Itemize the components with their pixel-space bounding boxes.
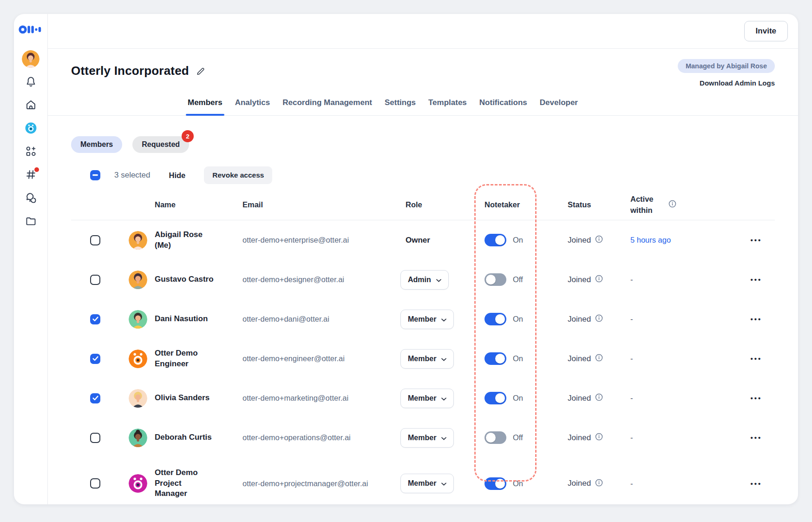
role-dropdown[interactable]: Admin (400, 270, 449, 290)
member-name: Otter Demo Engineer (155, 348, 214, 370)
member-name: Otter Demo Project Manager (155, 468, 214, 500)
role-value: Member (408, 394, 436, 403)
sidebar-nav (20, 71, 41, 233)
revoke-access-button[interactable]: Revoke access (204, 166, 272, 184)
member-email: otter-demo+dani@otter.ai (242, 313, 376, 325)
sidebar-item-channels[interactable] (20, 164, 41, 187)
notetaker-state-label: Off (513, 275, 523, 284)
main-area: Invite Otterly Incorporated Managed by A… (48, 14, 798, 504)
hide-button[interactable]: Hide (169, 171, 186, 180)
otter-logo-icon[interactable] (19, 21, 43, 37)
role-dropdown[interactable]: Member (400, 428, 454, 448)
requested-pill[interactable]: Requested 2 (132, 136, 189, 153)
tab-members[interactable]: Members (187, 95, 223, 115)
member-row: Dani Nasution otter-demo+dani@otter.ai M… (71, 299, 775, 339)
role-dropdown[interactable]: Member (400, 310, 454, 329)
status-info-icon[interactable] (595, 354, 603, 363)
sidebar-item-messages[interactable] (20, 187, 41, 210)
row-checkbox[interactable] (90, 433, 100, 443)
row-menu-button[interactable]: ••• (750, 313, 763, 325)
chevron-down-icon (441, 434, 446, 442)
selected-count-label: 3 selected (114, 171, 151, 180)
role-value: Member (408, 315, 436, 324)
status-info-icon[interactable] (595, 235, 603, 245)
notetaker-toggle[interactable] (485, 431, 506, 444)
edit-title-pencil-icon[interactable] (196, 66, 206, 76)
member-row: Otter Demo Project Manager otter-demo+pr… (71, 457, 775, 504)
row-checkbox[interactable] (90, 235, 100, 245)
role-cell: Member (387, 428, 480, 448)
members-table: Name Email Role Notetaker Status Active … (71, 190, 775, 504)
role-dropdown[interactable]: Member (400, 389, 454, 408)
otter-app-icon (25, 122, 37, 136)
active-within-value: - (630, 479, 633, 488)
row-checkbox[interactable] (90, 275, 100, 285)
role-dropdown[interactable]: Member (400, 474, 454, 493)
active-within-value: - (630, 315, 633, 323)
select-all-checkbox[interactable] (90, 170, 100, 180)
tab-templates[interactable]: Templates (428, 95, 467, 115)
row-menu-button[interactable]: ••• (750, 353, 763, 364)
notetaker-state-label: On (513, 354, 523, 363)
role-dropdown[interactable]: Member (400, 349, 454, 369)
notetaker-toggle[interactable] (485, 273, 506, 286)
tab-settings[interactable]: Settings (384, 95, 416, 115)
active-within-info-icon[interactable] (668, 200, 676, 210)
status-info-icon[interactable] (595, 393, 603, 403)
notetaker-toggle[interactable] (485, 352, 506, 365)
row-checkbox[interactable] (90, 314, 100, 324)
active-within-value[interactable]: 5 hours ago (630, 236, 671, 244)
column-header-email: Email (229, 200, 387, 209)
row-checkbox[interactable] (90, 478, 100, 489)
role-cell: Admin (387, 270, 480, 290)
sidebar-item-notifications[interactable] (20, 71, 41, 94)
member-name: Dani Nasution (155, 314, 208, 324)
requested-count-badge: 2 (182, 130, 194, 142)
member-row: Olivia Sanders otter-demo+marketing@otte… (71, 378, 775, 418)
notetaker-toggle[interactable] (485, 234, 506, 246)
status-info-icon[interactable] (595, 433, 603, 443)
row-checkbox[interactable] (90, 393, 100, 403)
notetaker-state-label: On (513, 394, 523, 403)
sidebar-item-folders[interactable] (20, 210, 41, 233)
sidebar-item-home[interactable] (20, 94, 41, 117)
row-menu-button[interactable]: ••• (750, 234, 763, 246)
member-row: Otter Demo Engineer otter-demo+engineer@… (71, 339, 775, 378)
sidebar-item-apps[interactable] (20, 140, 41, 164)
status-info-icon[interactable] (595, 275, 603, 284)
member-avatar (129, 271, 147, 289)
invite-button[interactable]: Invite (744, 21, 788, 41)
notetaker-toggle[interactable] (485, 477, 506, 490)
chevron-down-icon (441, 315, 446, 324)
status-info-icon[interactable] (595, 314, 603, 324)
row-menu-button[interactable]: ••• (750, 392, 763, 404)
member-email: otter-demo+engineer@otter.ai (242, 353, 376, 364)
chat-icon (25, 192, 37, 206)
row-menu-button[interactable]: ••• (750, 274, 763, 285)
status-info-icon[interactable] (595, 479, 603, 489)
sidebar-profile-avatar[interactable] (22, 50, 39, 68)
active-within-value: - (630, 433, 633, 442)
tab-analytics[interactable]: Analytics (235, 95, 271, 115)
row-checkbox[interactable] (90, 354, 100, 364)
member-name: Abigail Rose (Me) (155, 230, 214, 251)
tab-recording-management[interactable]: Recording Management (282, 95, 373, 115)
row-menu-button[interactable]: ••• (750, 432, 763, 443)
bell-icon (25, 75, 37, 90)
download-admin-logs-link[interactable]: Download Admin Logs (700, 79, 775, 87)
role-value: Member (408, 434, 436, 442)
role-cell: Member (387, 349, 480, 369)
notetaker-toggle[interactable] (485, 313, 506, 325)
role-cell: Member (387, 474, 480, 493)
column-header-notetaker: Notetaker (480, 200, 554, 209)
notetaker-state-label: On (513, 315, 523, 324)
row-menu-button[interactable]: ••• (750, 478, 763, 489)
tab-developer[interactable]: Developer (539, 95, 578, 115)
tab-notifications[interactable]: Notifications (479, 95, 528, 115)
sidebar-item-otter-assistant[interactable] (20, 117, 41, 140)
active-within-value: - (630, 354, 633, 363)
notetaker-toggle[interactable] (485, 392, 506, 404)
member-row: Abigail Rose (Me) otter-demo+enterprise@… (71, 220, 775, 260)
notetaker-state-label: On (513, 236, 523, 244)
members-pill[interactable]: Members (71, 136, 122, 153)
